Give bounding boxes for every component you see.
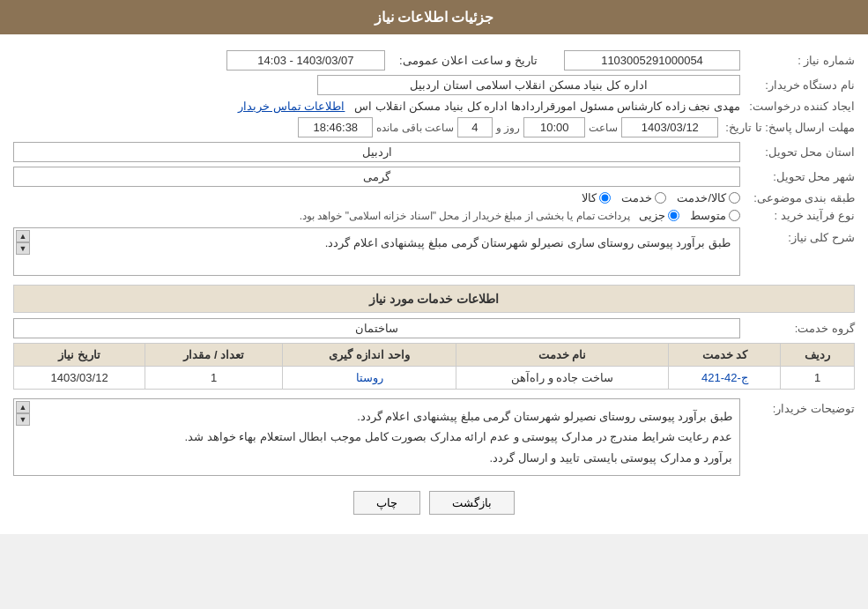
city-value: گرمی: [13, 167, 740, 187]
deadline-time-label: ساعت: [589, 122, 618, 134]
scroll-up-btn[interactable]: ▲: [16, 230, 30, 242]
purchase-type-radio-jozi[interactable]: [668, 210, 679, 221]
deadline-remain: 18:46:38: [298, 117, 373, 137]
service-group-value: ساختمان: [13, 318, 740, 338]
services-table: ردیف کد خدمت نام خدمت واحد اندازه گیری ت…: [13, 343, 855, 390]
category-radio-kala-khedmat[interactable]: [729, 192, 740, 204]
notes-scroll-down[interactable]: ▼: [16, 413, 30, 426]
category-option-khedmat[interactable]: خدمت: [621, 191, 666, 204]
table-row: 1 ج-42-421 ساخت جاده و راه‌آهن روستا 1 1…: [14, 367, 855, 390]
purchase-type-label: نوع فرآیند خرید :: [740, 209, 855, 222]
col-header-date: تاریخ نیاز: [14, 344, 145, 367]
deadline-remain-label: ساعت باقی مانده: [376, 122, 454, 134]
deadline-days-label: روز و: [496, 122, 520, 134]
announcement-label: تاریخ و ساعت اعلان عمومی:: [399, 54, 538, 67]
category-radio-khedmat[interactable]: [655, 192, 666, 204]
cell-code: ج-42-421: [669, 367, 781, 390]
cell-name: ساخت جاده و راه‌آهن: [456, 367, 668, 390]
purchase-type-label-jozi: جزیی: [639, 209, 665, 222]
purchase-type-label-mottavaset: متوسط: [690, 209, 726, 222]
buyer-notes-text: طبق برآورد پیوستی روستای نصیرلو شهرستان …: [21, 406, 732, 468]
creator-name: مهدی نجف زاده کارشناس مسئول امورقرارداده…: [354, 100, 740, 113]
col-header-unit: واحد اندازه گیری: [283, 344, 456, 367]
col-header-name: نام خدمت: [456, 344, 668, 367]
footer-buttons: بازگشت چاپ: [13, 480, 855, 525]
need-desc-label: شرح کلی نیاز:: [740, 227, 855, 244]
cell-date: 1403/03/12: [14, 367, 145, 390]
city-label: شهر محل تحویل:: [740, 170, 855, 183]
creator-contact-link[interactable]: اطلاعات تماس خریدار: [238, 100, 345, 113]
category-option-kala-khedmat[interactable]: کالا/خدمت: [677, 191, 740, 204]
province-label: استان محل تحویل:: [740, 145, 855, 159]
cell-qty: 1: [145, 367, 283, 390]
need-number-label: شماره نیاز :: [740, 54, 855, 67]
purchase-note: پرداخت تمام یا بخشی از مبلغ خریدار از مح…: [300, 210, 630, 222]
province-value: اردبیل: [13, 142, 740, 162]
buyer-org-value: اداره کل بنیاد مسکن انقلاب اسلامی استان …: [317, 75, 740, 95]
notes-scroll-up[interactable]: ▲: [16, 401, 30, 413]
purchase-type-jozi[interactable]: جزیی: [639, 209, 679, 222]
announcement-value: 1403/03/07 - 14:03: [226, 50, 385, 71]
cell-row: 1: [781, 367, 855, 390]
category-label-kala: کالا: [582, 191, 597, 204]
print-button[interactable]: چاپ: [353, 491, 420, 515]
buyer-org-label: نام دستگاه خریدار:: [740, 78, 855, 92]
deadline-days: 4: [457, 117, 493, 137]
need-number-value: 1103005291000054: [564, 50, 740, 71]
col-header-qty: تعداد / مقدار: [145, 344, 283, 367]
category-radio-group: کالا/خدمت خدمت کالا: [13, 191, 740, 204]
col-header-code: کد خدمت: [669, 344, 781, 367]
category-option-kala[interactable]: کالا: [582, 191, 611, 204]
service-group-label: گروه خدمت:: [740, 322, 855, 335]
purchase-type-mottavaset[interactable]: متوسط: [690, 209, 740, 222]
purchase-type-radio-group: متوسط جزیی: [639, 209, 740, 222]
deadline-time: 10:00: [523, 117, 585, 137]
deadline-date: 1403/03/12: [621, 117, 718, 137]
deadline-label: مهلت ارسال پاسخ: تا تاریخ:: [718, 121, 855, 134]
col-header-row: ردیف: [781, 344, 855, 367]
page-header: جزئیات اطلاعات نیاز: [0, 0, 868, 34]
category-label: طبقه بندی موضوعی:: [740, 191, 855, 204]
scroll-arrows[interactable]: ▲ ▼: [16, 230, 30, 255]
services-section-header: اطلاعات خدمات مورد نیاز: [13, 285, 855, 313]
buyer-notes-box: طبق برآورد پیوستی روستای نصیرلو شهرستان …: [13, 398, 740, 476]
category-label-khedmat: خدمت: [621, 191, 652, 204]
back-button[interactable]: بازگشت: [429, 491, 515, 515]
category-radio-kala[interactable]: [599, 192, 611, 204]
page-title: جزئیات اطلاعات نیاز: [375, 10, 494, 25]
creator-label: ایجاد کننده درخواست:: [740, 100, 855, 113]
need-description-box: ▲ ▼ طبق برآورد پیوستی روستای ساری نصیرلو…: [13, 227, 740, 276]
purchase-type-radio-mottavaset[interactable]: [729, 210, 740, 221]
notes-scroll-arrows[interactable]: ▲ ▼: [16, 401, 30, 426]
need-desc-text: طبق برآورد پیوستی روستای ساری نصیرلو شهر…: [19, 234, 734, 253]
category-label-kala-khedmat: کالا/خدمت: [677, 191, 726, 204]
cell-unit: روستا: [283, 367, 456, 390]
buyer-notes-label: توضیحات خریدار:: [740, 398, 855, 415]
scroll-down-btn[interactable]: ▼: [16, 242, 30, 255]
